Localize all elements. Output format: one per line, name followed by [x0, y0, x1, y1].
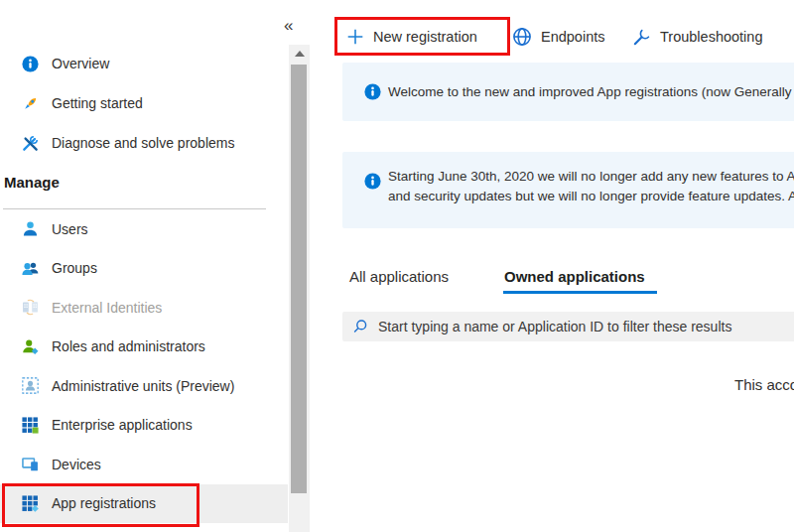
tab-owned-applications[interactable]: Owned applications — [504, 268, 645, 285]
app-registrations-page: y Overview Getting started Diagnose and … — [0, 0, 794, 532]
sidebar-item-label: Users — [52, 221, 88, 237]
sidebar-item-label: Administrative units (Preview) — [52, 378, 234, 394]
info-icon — [364, 173, 381, 190]
sidebar-manage-section: Manage — [0, 163, 288, 209]
sidebar-item-diagnose[interactable]: Diagnose and solve problems — [0, 123, 288, 163]
sidebar-item-getting-started[interactable]: Getting started — [0, 83, 288, 123]
tab-all-applications[interactable]: All applications — [349, 268, 449, 285]
sidebar-item-label: Roles and administrators — [52, 338, 205, 354]
roles-icon — [22, 338, 39, 355]
external-identities-icon — [22, 299, 39, 316]
empty-state-text: This account isn't listed as an owner of… — [734, 376, 794, 393]
users-icon — [22, 260, 39, 277]
tools-icon — [22, 135, 39, 152]
sidebar-item-enterprise-applications[interactable]: Enterprise applications — [0, 406, 288, 446]
rocket-icon — [22, 95, 39, 112]
enterprise-apps-icon — [22, 417, 39, 434]
sidebar-item-users[interactable]: Users — [0, 209, 288, 249]
sidebar-item-label: External Identities — [52, 300, 162, 316]
globe-icon — [512, 27, 532, 47]
sidebar-item-label: Diagnose and solve problems — [52, 135, 234, 151]
scrollbar-up-arrow-icon[interactable] — [289, 45, 310, 63]
sidebar-item-roles-administrators[interactable]: Roles and administrators — [0, 328, 288, 367]
sidebar-collapse-chevron-icon[interactable]: « — [284, 16, 293, 36]
search-input[interactable] — [376, 318, 794, 335]
welcome-info-banner: Welcome to the new and improved App regi… — [342, 63, 794, 121]
manage-section-header: Manage — [4, 174, 60, 191]
sidebar-nav-manage: Users Groups External Identities Roles a… — [0, 209, 288, 523]
sidebar-item-devices[interactable]: Devices — [0, 445, 288, 484]
sidebar-item-label: Getting started — [52, 95, 143, 111]
scrollbar-thumb[interactable] — [291, 65, 307, 493]
highlight-box-new-registration — [334, 17, 510, 56]
sidebar-item-overview[interactable]: Overview — [0, 44, 288, 83]
sidebar: Overview Getting started Diagnose and so… — [0, 0, 288, 532]
sidebar-item-label: Enterprise applications — [52, 417, 193, 433]
active-tab-underline — [503, 291, 657, 294]
endpoints-label: Endpoints — [541, 29, 605, 45]
sidebar-item-label: Devices — [52, 457, 101, 472]
sidebar-item-label: Overview — [52, 56, 109, 71]
sidebar-nav-general: Overview Getting started Diagnose and so… — [0, 44, 288, 163]
endpoints-button[interactable]: Endpoints — [512, 22, 605, 52]
welcome-banner-text: Welcome to the new and improved App regi… — [388, 82, 794, 102]
admin-units-icon — [22, 377, 39, 394]
info-icon — [22, 56, 39, 72]
sidebar-item-administrative-units[interactable]: Administrative units (Preview) — [0, 366, 288, 406]
info-icon — [364, 83, 381, 100]
sidebar-item-label: Groups — [52, 260, 97, 276]
sidebar-item-external-identities[interactable]: External Identities — [0, 288, 288, 328]
deprecation-banner-text: Starting June 30th, 2020 we will no long… — [388, 167, 794, 205]
user-icon — [22, 220, 39, 237]
deprecation-line-2: and security updates but we will no long… — [388, 187, 794, 206]
deprecation-info-banner: Starting June 30th, 2020 we will no long… — [342, 152, 794, 228]
wrench-icon — [632, 28, 651, 47]
devices-icon — [22, 456, 39, 472]
troubleshooting-button[interactable]: Troubleshooting — [632, 22, 762, 52]
sidebar-item-groups[interactable]: Groups — [0, 249, 288, 289]
sidebar-scrollbar[interactable] — [289, 45, 310, 532]
deprecation-line-1: Starting June 30th, 2020 we will no long… — [388, 167, 794, 187]
troubleshooting-label: Troubleshooting — [660, 29, 762, 45]
search-icon — [352, 319, 368, 334]
application-filter-searchbox[interactable] — [342, 312, 794, 341]
highlight-box-app-registrations — [2, 483, 199, 527]
